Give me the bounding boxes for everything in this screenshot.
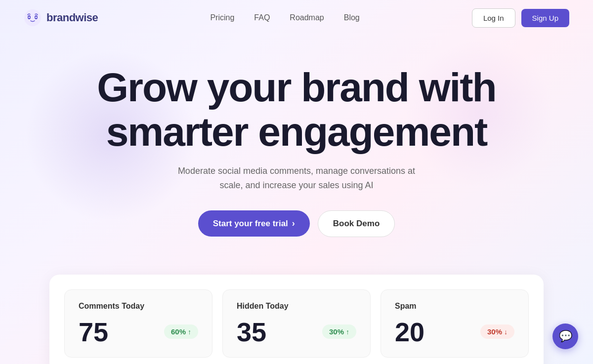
- stat-badge-comments: 60%: [164, 324, 198, 339]
- trial-button-label: Start your free trial: [213, 219, 288, 229]
- nav-link-faq[interactable]: FAQ: [254, 13, 270, 22]
- nav-link-roadmap[interactable]: Roadmap: [290, 13, 324, 22]
- trial-button[interactable]: Start your free trial ›: [198, 210, 310, 237]
- logo-icon: [24, 9, 42, 27]
- nav-links: Pricing FAQ Roadmap Blog: [210, 13, 359, 22]
- stats-container: Comments Today 75 60% Hidden Today 35 30…: [49, 275, 544, 364]
- hero-section: Grow your brand with smarter engagement …: [0, 36, 593, 257]
- stat-badge-hidden-value: 30%: [329, 327, 344, 336]
- svg-point-3: [29, 17, 30, 18]
- login-button[interactable]: Log In: [472, 8, 515, 28]
- chat-button[interactable]: 💬: [552, 324, 578, 349]
- stat-card-spam: Spam 20 30%: [381, 289, 529, 358]
- navbar: brandwise Pricing FAQ Roadmap Blog Log I…: [0, 0, 593, 36]
- logo-link[interactable]: brandwise: [24, 9, 98, 27]
- stat-label-hidden: Hidden Today: [237, 302, 356, 311]
- stat-card-comments: Comments Today 75 60%: [64, 289, 212, 358]
- stat-bottom-hidden: 35 30%: [237, 319, 356, 345]
- hero-title-line1: Grow your brand with: [97, 65, 496, 110]
- nav-actions: Log In Sign Up: [472, 8, 569, 28]
- stat-label-spam: Spam: [395, 302, 514, 311]
- hero-buttons: Start your free trial › Book Demo: [198, 210, 395, 237]
- signup-button[interactable]: Sign Up: [521, 9, 569, 27]
- hero-subtitle: Moderate social media comments, manage c…: [173, 164, 420, 193]
- chat-icon: 💬: [559, 330, 572, 343]
- svg-point-0: [24, 9, 41, 26]
- demo-button[interactable]: Book Demo: [318, 210, 395, 237]
- stat-badge-comments-value: 60%: [171, 327, 186, 336]
- arrow-right-icon: ›: [292, 218, 295, 229]
- stat-bottom-comments: 75 60%: [79, 319, 198, 345]
- hero-title-line2: smarter engagement: [106, 109, 487, 154]
- stat-value-hidden: 35: [237, 319, 266, 345]
- stat-badge-hidden: 30%: [322, 324, 356, 339]
- arrow-up-icon-hidden: [346, 327, 349, 336]
- arrow-down-icon-spam: [504, 327, 508, 336]
- nav-link-pricing[interactable]: Pricing: [210, 13, 234, 22]
- stat-value-comments: 75: [79, 319, 108, 345]
- arrow-up-icon-comments: [188, 327, 191, 336]
- stat-label-comments: Comments Today: [79, 302, 198, 311]
- stat-badge-spam-value: 30%: [487, 327, 502, 336]
- nav-link-blog[interactable]: Blog: [344, 13, 360, 22]
- stat-card-hidden: Hidden Today 35 30%: [222, 289, 371, 358]
- hero-title: Grow your brand with smarter engagement: [97, 65, 496, 154]
- stat-badge-spam: 30%: [480, 324, 514, 339]
- logo-text: brandwise: [46, 11, 98, 24]
- stat-value-spam: 20: [395, 319, 424, 345]
- stat-bottom-spam: 20 30%: [395, 319, 514, 345]
- svg-point-4: [36, 17, 37, 18]
